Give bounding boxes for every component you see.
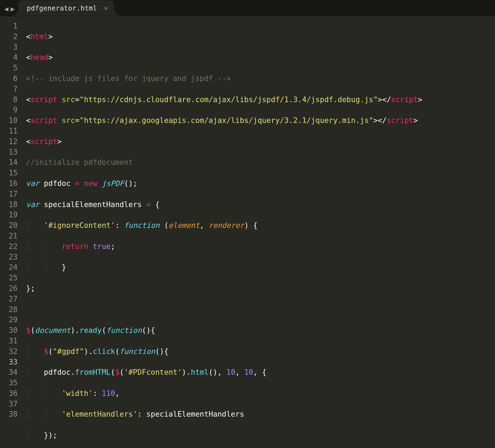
code-line: };: [26, 284, 422, 294]
code-line: var specialElementHandlers = {: [26, 200, 422, 210]
code-line: │ │ 'elementHandlers': specialElementHan…: [26, 409, 422, 420]
close-icon[interactable]: ×: [104, 0, 108, 16]
line-number: 19: [0, 210, 18, 220]
line-number: 25: [0, 273, 18, 284]
line-number: 10: [0, 116, 18, 126]
code-line: │ $("#gpdf").click(function(){: [26, 347, 422, 357]
code-line: │ │ return true;: [26, 242, 422, 252]
line-number: 17: [0, 189, 18, 200]
line-number: 28: [0, 305, 18, 315]
code-line: <html>: [26, 32, 422, 42]
line-number: 32: [0, 347, 18, 357]
code-line: <head>: [26, 52, 422, 63]
file-tab[interactable]: pdfgenerator.html ×: [18, 0, 114, 16]
line-number-gutter: 1234567891011121314151617181920212223242…: [0, 16, 22, 448]
line-number: 36: [0, 388, 18, 399]
line-number: 2: [0, 32, 18, 42]
tab-filename: pdfgenerator.html: [27, 4, 97, 12]
code-editor[interactable]: 1234567891011121314151617181920212223242…: [0, 16, 495, 448]
line-number: 6: [0, 74, 18, 84]
code-line: $(document).ready(function(){: [26, 325, 422, 336]
line-number: 33: [0, 357, 18, 368]
code-line: │ │ 'width': 110,: [26, 388, 422, 399]
line-number: 35: [0, 378, 18, 388]
line-number: 11: [0, 126, 18, 137]
line-number: 31: [0, 336, 18, 347]
line-number: 20: [0, 220, 18, 231]
code-line: │ });: [26, 430, 422, 441]
line-number: 37: [0, 399, 18, 410]
line-number: 7: [0, 84, 18, 95]
line-number: 9: [0, 105, 18, 116]
line-number: 13: [0, 147, 18, 158]
line-number: 23: [0, 252, 18, 263]
code-line: <script src="https://cdnjs.cloudflare.co…: [26, 95, 422, 105]
line-number: 18: [0, 200, 18, 210]
line-number: 27: [0, 294, 18, 305]
line-number: 24: [0, 262, 18, 273]
code-area[interactable]: <html> <head> <!-- include js files for …: [22, 16, 422, 448]
line-number: 29: [0, 315, 18, 325]
nav-back-icon[interactable]: ◀: [4, 5, 8, 13]
line-number: 12: [0, 137, 18, 147]
line-number: 22: [0, 242, 18, 252]
line-number: 38: [0, 409, 18, 420]
code-line: <!-- include js files for jquery and jsp…: [26, 74, 422, 84]
line-number: 5: [0, 63, 18, 74]
line-number: 15: [0, 168, 18, 179]
code-line: │ '#ignoreContent': function (element, r…: [26, 220, 422, 231]
line-number: 30: [0, 325, 18, 336]
code-line: var pdfdoc = new jsPDF();: [26, 179, 422, 189]
code-line: <script src="https://ajax.googleapis.com…: [26, 116, 422, 126]
line-number: 14: [0, 157, 18, 168]
line-number: 4: [0, 52, 18, 63]
line-number: 26: [0, 284, 18, 294]
line-number: 21: [0, 231, 18, 242]
code-line: │ pdfdoc.fromHTML($('#PDFcontent').html(…: [26, 367, 422, 378]
tab-bar: ◀ ▶ pdfgenerator.html ×: [0, 0, 495, 16]
line-number: 34: [0, 367, 18, 378]
line-number: 3: [0, 42, 18, 53]
code-line: [26, 305, 422, 315]
code-line: <script>: [26, 137, 422, 147]
line-number: 1: [0, 21, 18, 32]
code-line: //initialize pdfdocument: [26, 157, 422, 168]
line-number: 16: [0, 179, 18, 189]
line-number: 8: [0, 95, 18, 105]
code-line: │ │ }: [26, 262, 422, 273]
